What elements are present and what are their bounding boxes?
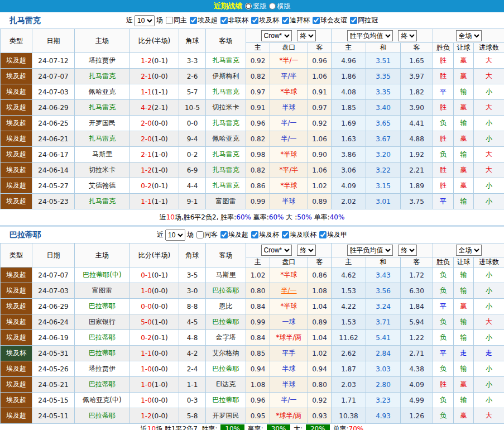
score-cell: 0-1(0-1)	[130, 267, 179, 283]
same-venue-filter[interactable]: 同客	[194, 230, 218, 240]
avg-home-cell: 1.69	[332, 116, 366, 131]
away-team-cell: 巴拉蒂耶	[206, 361, 246, 377]
avg-home-cell: 4.96	[332, 53, 366, 69]
scope-select[interactable]: 全场	[456, 30, 482, 41]
corner-cell: 2-4	[179, 361, 206, 377]
league-filter-checkbox[interactable]	[251, 231, 258, 238]
subheader-goals: 进球数	[474, 43, 504, 53]
full-time-score: 1-0	[141, 365, 152, 373]
goals-cell: 大	[474, 314, 504, 330]
match-row: 埃及超24-05-26塔拉贾伊1-0(0-0)2-4巴拉蒂耶0.94半球0.94…	[1, 361, 504, 377]
league-filter-checkbox[interactable]	[313, 17, 320, 24]
horizontal-layout-radio[interactable]	[269, 3, 276, 9]
handicap-cell: *半球	[270, 178, 308, 194]
league-filter-checkbox[interactable]	[220, 231, 228, 238]
avg-draw-cell: 3.65	[366, 116, 401, 131]
avg-away-cell: 1.84	[401, 299, 433, 314]
same-venue-label: 同主	[174, 16, 187, 25]
league-filter[interactable]: 球会友谊	[310, 16, 347, 25]
league-filter-checkbox[interactable]	[190, 17, 197, 24]
corner-cell: 1-1	[179, 377, 206, 393]
team-name: 扎马雷克	[9, 16, 41, 26]
column-header-home: 主场	[75, 29, 130, 53]
full-time-score: 0-1	[141, 271, 152, 279]
avg-home-cell: 3.86	[332, 147, 366, 163]
away-odds-cell: 1.06	[308, 69, 332, 84]
recent-count-select[interactable]: 10	[165, 230, 185, 241]
home-team-cell: 切拉米卡	[75, 163, 130, 178]
league-filter-checkbox[interactable]	[282, 231, 289, 238]
date-cell: 24-05-23	[32, 194, 75, 209]
league-filter[interactable]: 埃及超	[187, 16, 218, 25]
league-filter[interactable]: 阿拉冠	[347, 16, 378, 25]
date-cell: 24-06-21	[32, 131, 75, 147]
date-cell: 24-06-14	[32, 163, 75, 178]
match-row: 埃及超24-07-03富图雷1-0(0-0)3-0巴拉蒂耶0.80半/一1.08…	[1, 283, 504, 299]
avg-time-select[interactable]: 终	[398, 30, 417, 41]
league-filter-checkbox[interactable]	[282, 17, 289, 24]
avg-away-cell: 4.99	[401, 393, 433, 408]
same-venue-checkbox[interactable]	[196, 231, 204, 238]
league-filter-checkbox[interactable]	[251, 17, 258, 24]
same-venue-filter[interactable]: 同主	[163, 16, 187, 25]
avg-select[interactable]: 胜平负均值	[347, 245, 393, 256]
corner-cell: 4-5	[179, 314, 206, 330]
odds-company-select[interactable]: Crow*	[261, 245, 292, 256]
league-filter[interactable]: 非联杯	[218, 16, 248, 25]
avg-draw-cell: 3.03	[366, 361, 401, 377]
odds-time-select[interactable]: 终	[297, 245, 316, 256]
avg-draw-cell: 3.71	[366, 314, 401, 330]
corner-cell: 4-8	[179, 330, 206, 346]
avg-away-cell: 1.22	[401, 330, 433, 346]
handicap-cell: 平/半	[270, 69, 308, 84]
handicap-cell: 半球	[270, 100, 308, 116]
avg-draw-cell: 3.15	[366, 178, 401, 194]
league-filter-checkbox[interactable]	[319, 231, 327, 238]
home-odds-cell: 0.95	[246, 408, 270, 424]
avg-home-cell: 10.38	[332, 408, 366, 424]
league-filter-checkbox[interactable]	[220, 17, 228, 24]
avg-home-cell: 4.22	[332, 299, 366, 314]
league-filter[interactable]: 埃及杯	[248, 230, 279, 240]
home-team-cell: 马斯里	[75, 147, 130, 163]
date-cell: 24-07-12	[32, 53, 75, 69]
away-odds-cell: 0.80	[308, 377, 332, 393]
goals-cell: 小	[474, 299, 504, 314]
avg-draw-cell: 3.43	[366, 267, 401, 283]
result-cell: 平	[433, 299, 454, 314]
away-team-cell: 巴拉蒂耶	[206, 283, 246, 299]
recent-count-select[interactable]: 10	[135, 15, 155, 26]
scope-select[interactable]: 全场	[456, 245, 482, 256]
match-row: 埃及超24-06-29巴拉蒂耶0-0(0-0)8-8恩比0.84*半球1.044…	[1, 299, 504, 314]
league-filter[interactable]: 埃及甲	[316, 230, 347, 240]
league-filter[interactable]: 迪拜杯	[279, 16, 310, 25]
full-time-score: 1-2	[141, 166, 152, 174]
match-row: 埃及超24-06-24国家银行5-0(1-0)4-5巴拉蒂耶0.99一球0.89…	[1, 314, 504, 330]
corner-cell: 4-2	[179, 346, 206, 361]
league-filter[interactable]: 埃及杯	[248, 16, 279, 25]
summary-segment: 赢率:	[251, 213, 269, 222]
summary-segment: 大 :	[284, 213, 297, 222]
column-header-home: 主场	[75, 243, 130, 267]
league-cell: 埃及杯	[1, 346, 32, 361]
avg-draw-cell: 2.84	[366, 346, 401, 361]
away-team-cell: 金字塔	[206, 330, 246, 346]
goals-cell: 小	[474, 393, 504, 408]
league-filter[interactable]: 埃及联杯	[279, 230, 316, 240]
avg-select[interactable]: 胜平负均值	[347, 30, 393, 41]
vertical-layout-radio[interactable]	[245, 3, 252, 9]
league-filter-label: 埃及杯	[259, 16, 279, 25]
corner-cell: 10-5	[179, 100, 206, 116]
date-cell: 24-05-31	[32, 346, 75, 361]
league-filter-checkbox[interactable]	[350, 17, 357, 24]
away-team-cell: 马斯里	[206, 267, 246, 283]
same-venue-checkbox[interactable]	[166, 17, 173, 24]
avg-draw-cell: 2.80	[366, 377, 401, 393]
corner-cell: 9-4	[179, 131, 206, 147]
handicap-result-cell: 输	[454, 194, 474, 209]
odds-time-select[interactable]: 终	[297, 30, 316, 41]
league-filter[interactable]: 埃及超	[218, 230, 248, 240]
odds-company-select[interactable]: Crow*	[261, 30, 292, 41]
avg-time-select[interactable]: 终	[398, 245, 417, 256]
full-time-score: 5-0	[141, 318, 152, 326]
